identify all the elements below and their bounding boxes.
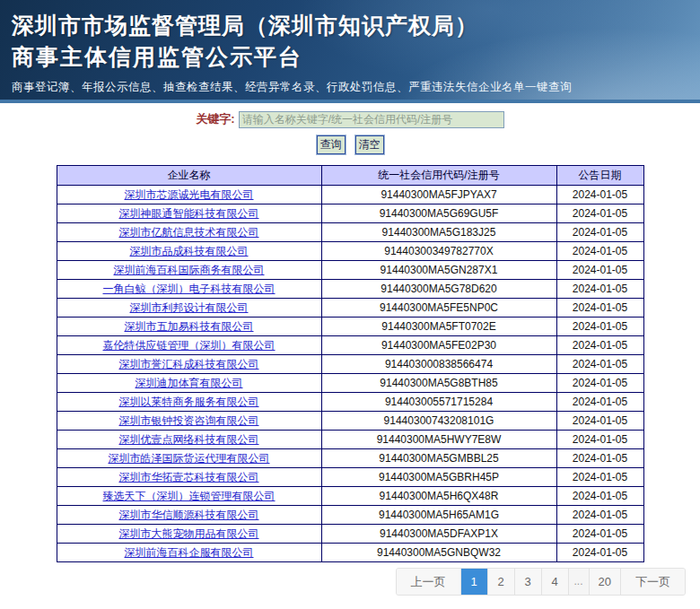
pagination-page-20[interactable]: 20 [589, 569, 620, 595]
company-name-cell: 深圳以莱特商务服务有限公司 [57, 393, 321, 412]
credit-code-cell: 91440300MA5HWY7E8W [321, 431, 556, 449]
credit-code-cell: 91440300MA5G78D620 [321, 280, 556, 299]
announce-date-cell: 2024-01-05 [556, 544, 643, 562]
column-header-announce-date: 公告日期 [556, 166, 643, 186]
company-name-cell: 臻选天下（深圳）连锁管理有限公司 [57, 487, 321, 506]
credit-code-cell: 91440300MA5DFAXP1X [321, 525, 556, 544]
company-name-cell: 深圳市银钟投资咨询有限公司 [57, 412, 321, 431]
announce-date-cell: 2024-01-05 [556, 204, 643, 223]
keyword-label: 关键字: [196, 111, 234, 127]
company-link[interactable]: 深圳优壹点网络科技有限公司 [119, 433, 259, 446]
company-link[interactable]: 一角白鲸（深圳）电子科技有限公司 [103, 283, 276, 295]
table-row: 深圳迪加体育有限公司91440300MA5G8BTH852024-01-05 [57, 374, 643, 393]
company-name-cell: 深圳市皓泽国际货运代理有限公司 [57, 449, 321, 468]
credit-code-cell: 91440300MA5FE5NP0C [321, 299, 556, 318]
credit-code-cell: 91440300MA5G69GU5F [321, 204, 556, 223]
table-row: 深圳市皓泽国际货运代理有限公司91440300MA5GMBBL252024-01… [57, 449, 643, 468]
credit-code-cell: 91440300MA5GN287X1 [321, 261, 556, 280]
table-row: 深圳市利邦设计有限公司91440300MA5FE5NP0C2024-01-05 [57, 299, 643, 318]
credit-code-cell: 91440300MA5FJPYAX7 [321, 186, 556, 204]
clear-button[interactable]: 清空 [355, 135, 384, 154]
credit-code-cell: 91440300743208101G [321, 412, 556, 431]
table-row: 深圳优壹点网络科技有限公司91440300MA5HWY7E8W2024-01-0… [57, 431, 643, 449]
company-link[interactable]: 深圳市利邦设计有限公司 [130, 301, 249, 314]
announce-date-cell: 2024-01-05 [556, 242, 643, 261]
company-name-cell: 深圳市华信顺源科技有限公司 [57, 506, 321, 525]
company-name-cell: 深圳市华拓壹芯科技有限公司 [57, 468, 321, 487]
credit-code-cell: 914403000838566474 [321, 355, 556, 374]
announce-date-cell: 2024-01-05 [556, 223, 643, 242]
pagination-page-3[interactable]: 3 [514, 569, 541, 595]
company-link[interactable]: 深圳市品成科技有限公司 [130, 245, 249, 257]
search-buttons: 查询 清空 [0, 135, 700, 154]
pagination: 上一页1234...20下一页 [396, 568, 686, 596]
table-row: 深圳市华信顺源科技有限公司91440300MA5H65AM1G2024-01-0… [57, 506, 643, 525]
company-name-cell: 深圳神眼通智能科技有限公司 [57, 204, 321, 223]
company-name-cell: 深圳市品成科技有限公司 [57, 242, 321, 261]
table-row: 深圳市银钟投资咨询有限公司91440300743208101G2024-01-0… [57, 412, 643, 431]
pagination-page-2[interactable]: 2 [487, 569, 514, 595]
announce-date-cell: 2024-01-05 [556, 318, 643, 336]
keyword-input[interactable] [239, 111, 504, 128]
company-name-cell: 深圳迪加体育有限公司 [57, 374, 321, 393]
credit-code-cell: 914403005571715284 [321, 393, 556, 412]
company-link[interactable]: 深圳市亿航信息技术有限公司 [119, 226, 259, 239]
company-link[interactable]: 深圳以莱特商务服务有限公司 [119, 396, 259, 408]
company-name-cell: 深圳前海百科国际商务有限公司 [57, 261, 321, 280]
company-link[interactable]: 深圳前海百科国际商务有限公司 [114, 264, 265, 276]
company-link[interactable]: 深圳市华信顺源科技有限公司 [119, 509, 259, 521]
announce-date-cell: 2024-01-05 [556, 393, 643, 412]
announce-date-cell: 2024-01-05 [556, 261, 643, 280]
company-link[interactable]: 深圳市大熊宠物用品有限公司 [119, 527, 259, 540]
query-button[interactable]: 查询 [317, 135, 346, 154]
company-name-cell: 深圳市大熊宠物用品有限公司 [57, 525, 321, 544]
company-link[interactable]: 深圳市五加易科技有限公司 [125, 320, 254, 333]
table-row: 深圳前海百科国际商务有限公司91440300MA5GN287X12024-01-… [57, 261, 643, 280]
company-name-cell: 深圳市亿航信息技术有限公司 [57, 223, 321, 242]
company-link[interactable]: 深圳迪加体育有限公司 [136, 377, 243, 389]
company-link[interactable]: 深圳神眼通智能科技有限公司 [119, 207, 259, 220]
company-link[interactable]: 深圳市华拓壹芯科技有限公司 [119, 471, 259, 483]
company-name-cell: 深圳前海百科企服有限公司 [57, 544, 321, 562]
credit-code-cell: 91440300MA5H6QX48R [321, 487, 556, 506]
company-name-cell: 嘉伦特供应链管理（深圳）有限公司 [57, 336, 321, 355]
table-row: 深圳神眼通智能科技有限公司91440300MA5G69GU5F2024-01-0… [57, 204, 643, 223]
table-head: 企业名称 统一社会信用代码/注册号 公告日期 [57, 166, 643, 186]
pagination-next[interactable]: 下一页 [620, 569, 685, 595]
table-row: 一角白鲸（深圳）电子科技有限公司91440300MA5G78D6202024-0… [57, 280, 643, 299]
company-link[interactable]: 深圳市皓泽国际货运代理有限公司 [109, 452, 270, 465]
announce-date-cell: 2024-01-05 [556, 487, 643, 506]
announce-date-cell: 2024-01-05 [556, 449, 643, 468]
pagination-prev[interactable]: 上一页 [397, 569, 460, 595]
table-body: 深圳市芯源诚光电有限公司91440300MA5FJPYAX72024-01-05… [57, 186, 643, 562]
company-link[interactable]: 深圳市芯源诚光电有限公司 [125, 188, 254, 201]
company-link[interactable]: 臻选天下（深圳）连锁管理有限公司 [103, 490, 276, 502]
pagination-ellipsis: ... [568, 569, 589, 595]
company-link[interactable]: 深圳市誉汇科成科技有限公司 [119, 358, 259, 370]
table-row: 深圳市芯源诚光电有限公司91440300MA5FJPYAX72024-01-05 [57, 186, 643, 204]
credit-code-cell: 91440300MA5GNBQW32 [321, 544, 556, 562]
site-title-line2: 商事主体信用监管公示平台 [12, 41, 700, 74]
announce-date-cell: 2024-01-05 [556, 412, 643, 431]
announce-date-cell: 2024-01-05 [556, 355, 643, 374]
company-name-cell: 深圳优壹点网络科技有限公司 [57, 431, 321, 449]
credit-code-cell: 91440300MA5FT0702E [321, 318, 556, 336]
announce-date-cell: 2024-01-05 [556, 525, 643, 544]
pagination-page-1[interactable]: 1 [460, 569, 487, 595]
page: { "header": { "title_line1": "深圳市市场监督管理局… [0, 0, 700, 609]
table-row: 深圳市誉汇科成科技有限公司9144030008385664742024-01-0… [57, 355, 643, 374]
credit-code-cell: 91440300349782770X [321, 242, 556, 261]
header-bottom-strip [0, 100, 700, 103]
site-subtitle: 商事登记簿、年报公示信息、抽查检查结果、经营异常名录、行政处罚信息、严重违法失信… [12, 80, 700, 95]
table-row: 深圳市品成科技有限公司91440300349782770X2024-01-05 [57, 242, 643, 261]
announce-date-cell: 2024-01-05 [556, 468, 643, 487]
column-header-company-name: 企业名称 [57, 166, 321, 186]
credit-code-cell: 91440300MA5G183J25 [321, 223, 556, 242]
credit-code-cell: 91440300MA5GMBBL25 [321, 449, 556, 468]
table-row: 嘉伦特供应链管理（深圳）有限公司91440300MA5FE02P302024-0… [57, 336, 643, 355]
company-link[interactable]: 深圳市银钟投资咨询有限公司 [119, 414, 259, 427]
company-link[interactable]: 深圳前海百科企服有限公司 [125, 546, 254, 559]
pagination-page-4[interactable]: 4 [541, 569, 568, 595]
announce-date-cell: 2024-01-05 [556, 431, 643, 449]
company-link[interactable]: 嘉伦特供应链管理（深圳）有限公司 [103, 339, 276, 352]
